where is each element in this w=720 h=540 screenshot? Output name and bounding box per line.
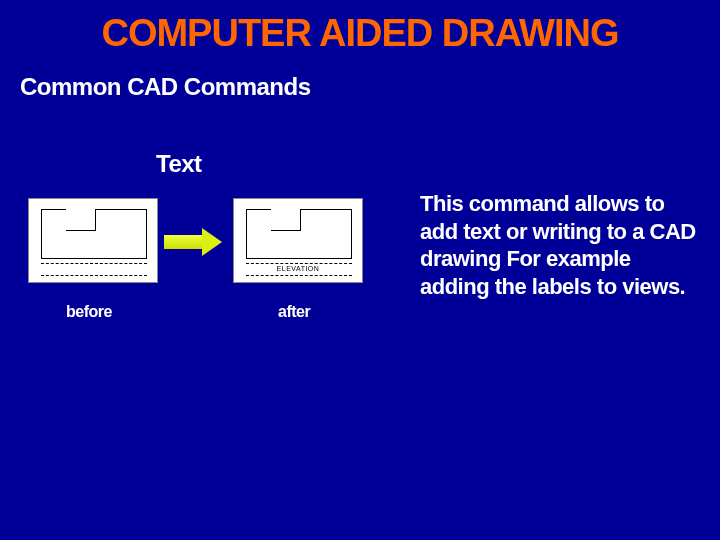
command-description: This command allows to add text or writi…: [420, 190, 700, 300]
figure-before: [28, 198, 158, 283]
command-name: Text: [156, 150, 202, 178]
arrow-icon: [164, 228, 224, 256]
dashed-line: [41, 275, 147, 276]
elevation-label: ELEVATION: [234, 265, 362, 272]
slide-title: COMPUTER AIDED DRAWING: [0, 0, 720, 55]
dashed-line: [41, 263, 147, 264]
dashed-line: [246, 275, 352, 276]
caption-before: before: [66, 303, 112, 321]
slide-subtitle: Common CAD Commands: [0, 55, 720, 101]
dashed-line: [246, 263, 352, 264]
figure-after: ELEVATION: [233, 198, 363, 283]
elevation-outline: [246, 209, 352, 259]
notch-shape: [271, 209, 301, 231]
caption-after: after: [278, 303, 310, 321]
notch-shape: [66, 209, 96, 231]
elevation-outline: [41, 209, 147, 259]
